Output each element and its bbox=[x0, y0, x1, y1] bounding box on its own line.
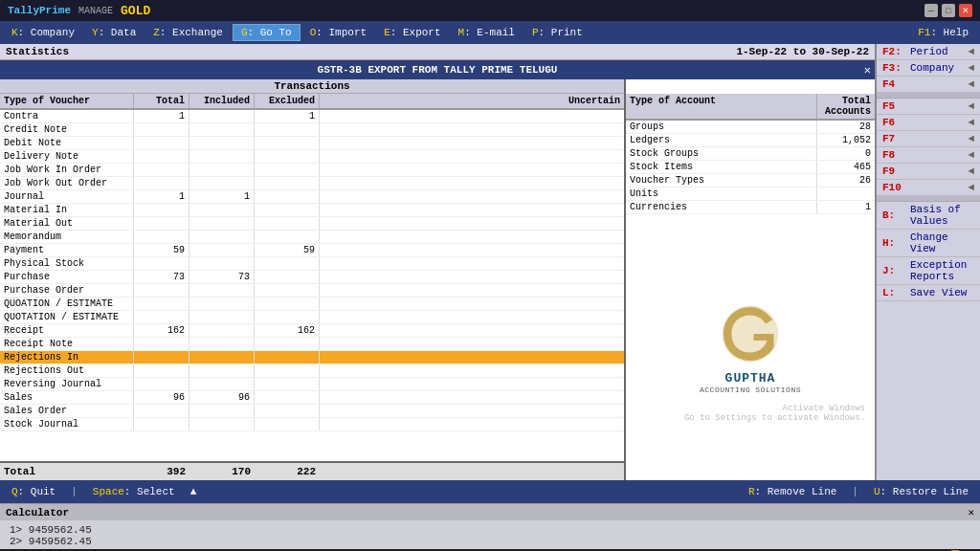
voucher-row[interactable]: Memorandum bbox=[0, 231, 624, 244]
fkey-f9[interactable]: F9 ◄ bbox=[877, 164, 980, 180]
fkey-f8[interactable]: F8 ◄ bbox=[877, 147, 980, 164]
menu-email[interactable]: M: E-mail bbox=[451, 25, 523, 40]
calc-close-icon[interactable]: ✕ bbox=[968, 506, 974, 518]
voucher-uncertain bbox=[320, 418, 624, 430]
fkey-f2[interactable]: F2: Period ◄ bbox=[877, 44, 980, 60]
voucher-row[interactable]: Stock Journal bbox=[0, 418, 624, 431]
account-row[interactable]: Currencies 1 bbox=[626, 201, 875, 214]
voucher-uncertain bbox=[320, 150, 624, 163]
calc-bar: Calculator ✕ bbox=[0, 503, 980, 520]
voucher-row[interactable]: Receipt Note bbox=[0, 338, 624, 351]
fkey-exception[interactable]: J: Exception Reports bbox=[877, 257, 980, 285]
account-type: Units bbox=[626, 187, 817, 200]
menu-exchange[interactable]: Z: Exchange bbox=[145, 25, 231, 40]
voucher-row[interactable]: Credit Note bbox=[0, 123, 624, 137]
voucher-row[interactable]: Physical Stock bbox=[0, 257, 624, 271]
voucher-included bbox=[189, 204, 255, 216]
quit-item[interactable]: Q: Quit bbox=[4, 484, 63, 499]
voucher-uncertain bbox=[320, 217, 624, 230]
fkey-f7[interactable]: F7 ◄ bbox=[877, 131, 980, 147]
voucher-total bbox=[134, 311, 189, 323]
voucher-total bbox=[134, 204, 189, 216]
voucher-included bbox=[189, 244, 255, 256]
menu-goto[interactable]: G: Go To bbox=[233, 24, 301, 41]
voucher-row[interactable]: Reversing Journal bbox=[0, 378, 624, 391]
voucher-included bbox=[189, 257, 255, 270]
menu-help[interactable]: F1: Help bbox=[910, 25, 976, 40]
fkey-f6[interactable]: F6 ◄ bbox=[877, 115, 980, 131]
voucher-row[interactable]: Material Out bbox=[0, 217, 624, 231]
voucher-row[interactable]: Journal 1 1 bbox=[0, 190, 624, 204]
header-close-icon[interactable]: ✕ bbox=[864, 63, 871, 77]
space-key: Space bbox=[93, 486, 124, 497]
restore-key: U bbox=[874, 486, 880, 497]
remove-line-item[interactable]: R: Remove Line bbox=[741, 484, 844, 499]
voucher-total bbox=[134, 418, 189, 430]
account-row[interactable]: Units bbox=[626, 187, 875, 201]
statistics-label: Statistics bbox=[6, 46, 69, 57]
col-uncertain-header: Uncertain bbox=[320, 94, 624, 108]
voucher-row[interactable]: Job Work In Order bbox=[0, 164, 624, 177]
voucher-type: Receipt Note bbox=[0, 338, 134, 350]
voucher-row[interactable]: Rejections Out bbox=[0, 364, 624, 378]
voucher-included bbox=[189, 110, 255, 122]
voucher-row[interactable]: Debit Note bbox=[0, 137, 624, 150]
voucher-type: Credit Note bbox=[0, 123, 134, 136]
fkey-basis[interactable]: B: Basis of Values bbox=[877, 202, 980, 230]
menu-company[interactable]: K: Company bbox=[4, 25, 82, 40]
voucher-excluded bbox=[255, 137, 320, 149]
fkey-f10[interactable]: F10 ◄ bbox=[877, 180, 980, 196]
space-item[interactable]: Space: Select bbox=[85, 484, 183, 499]
date-range: 1-Sep-22 to 30-Sep-22 bbox=[736, 46, 869, 57]
restore-line-item[interactable]: U: Restore Line bbox=[866, 484, 976, 499]
voucher-total bbox=[134, 284, 189, 297]
account-row[interactable]: Stock Groups 0 bbox=[626, 147, 875, 161]
voucher-row[interactable]: Purchase Order bbox=[0, 284, 624, 298]
fkey-basis-label: Basis of Values bbox=[910, 204, 974, 227]
fkey-f5[interactable]: F5 ◄ bbox=[877, 99, 980, 115]
maximize-button[interactable]: □ bbox=[942, 4, 955, 17]
voucher-row[interactable]: Payment 59 59 bbox=[0, 244, 624, 257]
voucher-excluded bbox=[255, 298, 320, 310]
voucher-uncertain bbox=[320, 164, 624, 176]
fkey-f3[interactable]: F3: Company ◄ bbox=[877, 60, 980, 77]
voucher-included bbox=[189, 164, 255, 176]
voucher-row[interactable]: Job Work Out Order bbox=[0, 177, 624, 190]
voucher-row[interactable]: Delivery Note bbox=[0, 150, 624, 164]
menu-export[interactable]: E: Export bbox=[376, 25, 448, 40]
voucher-row[interactable]: Contra 1 1 bbox=[0, 110, 624, 123]
voucher-rows: Contra 1 1 Credit Note Debit Note Delive… bbox=[0, 110, 624, 461]
voucher-row[interactable]: QUOTATION / ESTIMATE bbox=[0, 311, 624, 324]
account-row[interactable]: Groups 28 bbox=[626, 121, 875, 134]
fkey-change-view[interactable]: H: Change View bbox=[877, 230, 980, 257]
fkey-save-view[interactable]: L: Save View bbox=[877, 285, 980, 301]
window-controls: ─ □ ✕ bbox=[924, 4, 972, 17]
menu-data[interactable]: Y: Data bbox=[84, 25, 144, 40]
menu-import[interactable]: O: Import bbox=[302, 25, 374, 40]
voucher-row[interactable]: QUOATION / ESTIMATE bbox=[0, 298, 624, 311]
voucher-included bbox=[189, 311, 255, 323]
voucher-row[interactable]: Material In bbox=[0, 204, 624, 217]
total-excluded: 222 bbox=[255, 465, 320, 478]
menu-print[interactable]: P: Print bbox=[524, 25, 590, 40]
fkey-f4[interactable]: F4 ◄ bbox=[877, 77, 980, 93]
close-button[interactable]: ✕ bbox=[959, 4, 972, 17]
voucher-row[interactable]: Rejections In bbox=[0, 351, 624, 364]
voucher-uncertain bbox=[320, 284, 624, 297]
fkey-changeview-label: Change View bbox=[910, 231, 974, 254]
fkey-exception-label: Exception Reports bbox=[910, 259, 974, 282]
voucher-row[interactable]: Purchase 73 73 bbox=[0, 271, 624, 284]
minimize-button[interactable]: ─ bbox=[924, 4, 938, 17]
voucher-uncertain bbox=[320, 271, 624, 283]
voucher-row[interactable]: Sales Order bbox=[0, 405, 624, 418]
voucher-row[interactable]: Receipt 162 162 bbox=[0, 324, 624, 338]
voucher-type: Purchase bbox=[0, 271, 134, 283]
account-row[interactable]: Voucher Types 26 bbox=[626, 174, 875, 187]
voucher-included bbox=[189, 418, 255, 430]
voucher-total bbox=[134, 351, 189, 364]
voucher-uncertain bbox=[320, 311, 624, 323]
account-row[interactable]: Stock Items 465 bbox=[626, 161, 875, 174]
account-row[interactable]: Ledgers 1,052 bbox=[626, 134, 875, 147]
voucher-row[interactable]: Sales 96 96 bbox=[0, 391, 624, 405]
voucher-excluded bbox=[255, 311, 320, 323]
